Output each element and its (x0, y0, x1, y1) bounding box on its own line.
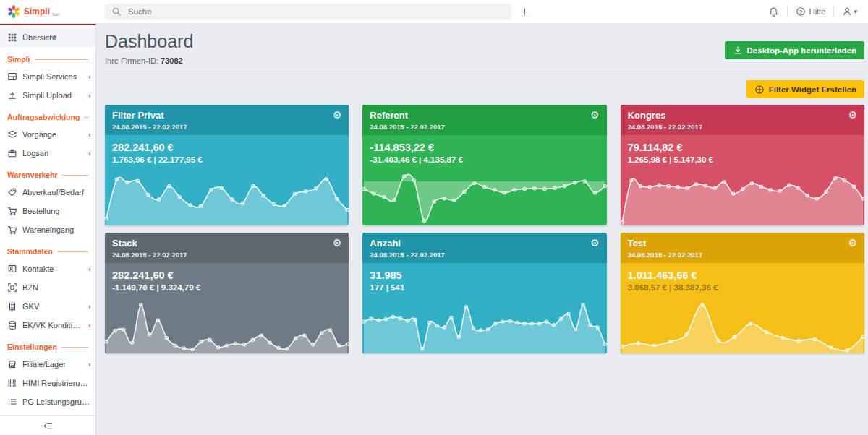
sidebar-section-simpli: Simpli (0, 47, 95, 67)
sidebar-section-warenverkehr: Warenverkehr (0, 163, 95, 183)
user-menu[interactable]: ▾ (842, 7, 857, 17)
collapse-sidebar-icon[interactable] (43, 421, 54, 431)
sidebar-item-label: HIMI Registrierungs... (22, 379, 91, 387)
services-icon (7, 72, 17, 82)
sidebar-item-simpli-upload[interactable]: Simpli Upload‹ (0, 86, 95, 105)
widget-header: Anzahl24.08.2015 - 22.02.2017⚙ (362, 233, 606, 263)
help-button[interactable]: ? Hilfe (796, 7, 825, 17)
widget-header: Kongres24.08.2015 - 22.02.2017⚙ (621, 105, 864, 135)
svg-text:?: ? (799, 9, 803, 15)
chevron-left-icon: ‹ (88, 92, 91, 100)
sidebar-section-auftragsabwicklung: Auftragsabwicklung (0, 105, 95, 125)
widget-value: 79.114,82 € (628, 142, 857, 154)
sidebar-item-kontakte[interactable]: Kontakte‹ (0, 259, 95, 278)
widget-card-filter-privat[interactable]: Filter Privat24.08.2015 - 22.02.2017⚙282… (105, 105, 349, 225)
store-icon (7, 359, 17, 369)
sidebar-item-bzn[interactable]: BZN (0, 278, 95, 297)
chevron-left-icon: ‹ (88, 361, 91, 369)
gear-icon[interactable]: ⚙ (848, 110, 857, 120)
sparkline-chart (621, 173, 864, 225)
sidebar-item-label: Übersicht (22, 33, 91, 42)
widget-title: Kongres (628, 110, 703, 121)
widget-body: 1.011.463,66 €3.068,57 € | 38.382,36 € (621, 263, 864, 292)
help-label: Hilfe (809, 7, 825, 16)
sidebar-item-label: PG Leistungsgruppen (22, 397, 91, 406)
sidebar-item-abverkauf-bedarf[interactable]: Abverkauf/Bedarf (0, 183, 95, 202)
sidebar-item-label: EK/VK Konditionen (22, 321, 83, 330)
sidebar: Übersicht SimpliSimpli Services‹Simpli U… (0, 24, 96, 435)
widget-body: 282.241,60 €-1.149,70 € | 9.324,79 € (105, 263, 349, 292)
chevron-left-icon: ‹ (88, 322, 91, 330)
widget-card-stack[interactable]: Stack24.08.2015 - 22.02.2017⚙282.241,60 … (105, 233, 349, 353)
divider (833, 6, 834, 17)
sidebar-item-label: Abverkauf/Bedarf (22, 188, 91, 197)
sidebar-item-ek-vk-konditionen[interactable]: EK/VK Konditionen‹ (0, 316, 95, 335)
sidebar-nav: Übersicht SimpliSimpli Services‹Simpli U… (0, 25, 95, 415)
widget-card-referent[interactable]: Referent24.08.2015 - 22.02.2017⚙-114.853… (362, 105, 606, 225)
widget-title: Anzahl (370, 238, 445, 249)
widget-date-range: 24.08.2015 - 22.02.2017 (628, 251, 703, 259)
widget-sub-value: -31.403,46 € | 4.135,87 € (370, 155, 599, 164)
sidebar-item-pg-leistungsgruppen[interactable]: PG Leistungsgruppen (0, 392, 95, 411)
sidebar-item-simpli-services[interactable]: Simpli Services‹ (0, 67, 95, 86)
gear-icon[interactable]: ⚙ (590, 110, 600, 120)
widget-date-range: 24.08.2015 - 22.02.2017 (370, 123, 445, 131)
widget-body: 79.114,82 €1.265,98 € | 5.147,30 € (621, 135, 864, 164)
gear-icon[interactable]: ⚙ (333, 110, 342, 120)
widget-card-test[interactable]: Test24.08.2015 - 22.02.2017⚙1.011.463,66… (621, 233, 864, 353)
widget-card-kongres[interactable]: Kongres24.08.2015 - 22.02.2017⚙79.114,82… (621, 105, 864, 225)
add-tab-icon[interactable] (520, 7, 529, 17)
download-desktop-app-button[interactable]: Desktop-App herunterladen (725, 41, 864, 59)
cart-icon (7, 206, 17, 216)
building-icon (7, 301, 17, 311)
archive-icon (7, 148, 17, 158)
sidebar-item-uebersicht[interactable]: Übersicht (0, 28, 95, 47)
sidebar-item-label: BZN (22, 283, 91, 292)
widget-sub-value: -1.149,70 € | 9.324,79 € (112, 283, 341, 292)
gear-icon[interactable]: ⚙ (590, 238, 600, 248)
sidebar-item-himi-registrierungs[interactable]: HIMI Registrierungs... (0, 374, 95, 392)
sidebar-item-logsan[interactable]: Logsan‹ (0, 144, 95, 163)
sidebar-item-gkv[interactable]: GKV‹ (0, 297, 95, 316)
download-icon (733, 46, 743, 56)
create-filter-widget-button[interactable]: Filter Widget Erstellen (746, 80, 864, 98)
sidebar-item-vorgänge[interactable]: Vorgänge‹ (0, 125, 95, 144)
widget-card-anzahl[interactable]: Anzahl24.08.2015 - 22.02.2017⚙31.985177 … (362, 233, 606, 353)
widget-value: 282.241,60 € (112, 142, 341, 154)
chevron-left-icon: ‹ (88, 265, 91, 273)
chevron-down-icon: ▾ (854, 8, 857, 15)
gear-icon[interactable]: ⚙ (848, 238, 857, 248)
app-logo[interactable]: Simpli San (0, 4, 96, 20)
widget-sub-value: 1.265,98 € | 5.147,30 € (628, 155, 857, 164)
filter-button-label: Filter Widget Erstellen (769, 85, 856, 94)
widget-header: Filter Privat24.08.2015 - 22.02.2017⚙ (105, 105, 349, 135)
widget-title: Filter Privat (112, 110, 187, 121)
page-header: Dashboard Ihre Firmen-ID: 73082 Desktop-… (105, 30, 864, 65)
sidebar-item-wareneingang[interactable]: Wareneingang (0, 220, 95, 239)
gear-icon[interactable]: ⚙ (333, 238, 342, 248)
widget-header: Referent24.08.2015 - 22.02.2017⚙ (362, 105, 606, 135)
sidebar-item-label: Simpli Upload (22, 91, 83, 100)
widgets-grid: Filter Privat24.08.2015 - 22.02.2017⚙282… (105, 105, 864, 353)
sidebar-item-label: Vorgänge (22, 130, 83, 139)
layers-icon (7, 129, 17, 139)
widget-sub-value: 3.068,57 € | 38.382,36 € (628, 283, 857, 292)
logo-subtext: San (52, 12, 60, 17)
chevron-left-icon: ‹ (88, 303, 91, 311)
search-icon (111, 7, 122, 17)
sidebar-item-filiale-lager[interactable]: Filiale/Lager‹ (0, 355, 95, 374)
divider (105, 74, 864, 74)
download-button-label: Desktop-App herunterladen (747, 46, 856, 55)
sidebar-item-bestellung[interactable]: Bestellung (0, 202, 95, 220)
search-bar[interactable] (105, 4, 511, 20)
widget-sub-value: 177 | 541 (370, 283, 599, 292)
widget-value: 1.011.463,66 € (628, 270, 857, 282)
notifications-bell-icon[interactable] (768, 7, 779, 17)
search-input[interactable] (127, 7, 505, 17)
chevron-left-icon: ‹ (88, 150, 91, 158)
sidebar-section-stammdaten: Stammdaten (0, 239, 95, 259)
company-id-value: 73082 (161, 56, 183, 65)
sidebar-item-label: Simpli Services (22, 72, 83, 81)
barcode-icon (7, 378, 17, 388)
chevron-left-icon: ‹ (88, 131, 91, 139)
